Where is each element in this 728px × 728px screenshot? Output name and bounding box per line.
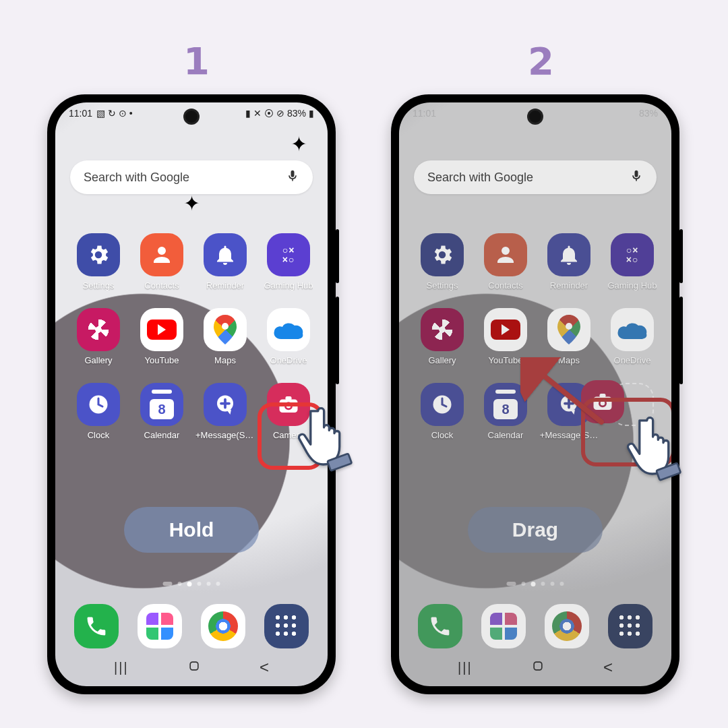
clock-icon — [77, 383, 120, 426]
nav-back[interactable]: < — [603, 658, 613, 677]
app-label: YouTube — [144, 355, 179, 365]
app-gallery[interactable]: Gallery — [70, 308, 127, 365]
search-placeholder: Search with Google — [84, 171, 189, 185]
search-placeholder: Search with Google — [427, 171, 533, 185]
gaming-hub-icon: ○××○ — [267, 233, 310, 276]
dock-chrome[interactable] — [545, 604, 589, 648]
phone-screen-1: 11:01 ▧ ↻ ⊙ • ▮ ✕ ⦿ ⊘ 83% ▮ ✦ ✦ Search w… — [55, 102, 328, 686]
youtube-icon — [484, 308, 527, 351]
onedrive-icon — [611, 308, 654, 351]
app-label: Gaming Hub — [264, 280, 313, 291]
dock — [55, 604, 328, 648]
app-label: Clock — [88, 430, 110, 440]
nav-recent[interactable]: ||| — [458, 660, 473, 675]
app-contacts[interactable]: Contacts — [133, 233, 190, 291]
reminder-icon — [547, 233, 590, 276]
volume-button — [336, 229, 339, 283]
dock-chrome[interactable] — [201, 604, 245, 648]
status-icons-left: ▧ ↻ ⊙ • — [96, 108, 133, 119]
app-label: YouTube — [488, 355, 522, 365]
dock-phone[interactable] — [418, 604, 462, 648]
google-search-bar[interactable]: Search with Google — [70, 160, 313, 194]
sparkle-icon: ✦ — [183, 191, 200, 215]
app-label: Settings — [427, 280, 458, 291]
dock-microsoft[interactable] — [138, 604, 182, 648]
app-settings[interactable]: Settings — [414, 233, 471, 291]
app-label: OneDrive — [614, 355, 651, 365]
app-reminder[interactable]: Reminder — [541, 233, 597, 291]
mic-icon[interactable] — [630, 169, 643, 186]
calendar-icon: 8 — [140, 383, 183, 426]
phone-frame-step2: 11:01 83% Search with Google Settings Co… — [391, 94, 679, 694]
dock-microsoft[interactable] — [481, 604, 526, 648]
nav-home[interactable] — [531, 659, 545, 676]
camera-icon — [581, 380, 624, 423]
app-maps[interactable]: Maps — [541, 308, 597, 365]
app-onedrive[interactable]: OneDrive — [604, 308, 661, 365]
action-label-drag: Drag — [468, 507, 603, 553]
empty-slot — [604, 383, 661, 440]
app-camera-dragging[interactable] — [581, 380, 624, 423]
app-label: Settings — [83, 280, 115, 291]
svg-rect-6 — [190, 662, 198, 670]
app-youtube[interactable]: YouTube — [477, 308, 534, 365]
reminder-icon — [204, 233, 247, 276]
app-clock[interactable]: Clock — [414, 383, 471, 440]
app-label: Reminder — [206, 280, 244, 291]
dock — [399, 604, 671, 648]
app-settings[interactable]: Settings — [70, 233, 127, 291]
gaming-hub-icon: ○××○ — [611, 233, 654, 276]
app-label: Maps — [558, 355, 580, 365]
app-message[interactable]: +Message(SM… — [197, 383, 253, 440]
youtube-icon — [140, 308, 183, 351]
svg-rect-13 — [600, 394, 606, 398]
app-label: +Message(S… — [540, 430, 598, 440]
status-time: 11:01 — [69, 108, 92, 119]
power-button — [336, 297, 339, 384]
app-reminder[interactable]: Reminder — [197, 233, 253, 291]
svg-point-4 — [286, 404, 291, 408]
app-label: Maps — [214, 355, 236, 365]
clock-icon — [421, 383, 464, 426]
settings-icon — [421, 233, 464, 276]
settings-icon — [77, 233, 120, 276]
page-indicator[interactable] — [163, 582, 220, 586]
app-label: Clock — [431, 430, 454, 440]
app-calendar[interactable]: 8 Calendar — [133, 383, 190, 440]
contacts-icon — [484, 233, 527, 276]
camera-icon — [267, 383, 310, 426]
app-calendar[interactable]: 8 Calendar — [477, 383, 534, 440]
app-camera[interactable]: Camera — [260, 383, 317, 440]
app-gallery[interactable]: Gallery — [414, 308, 471, 365]
calendar-icon: 8 — [484, 383, 527, 426]
app-gaming-hub[interactable]: ○××○ Gaming Hub — [604, 233, 661, 291]
svg-point-12 — [601, 401, 605, 406]
app-label: Gallery — [84, 355, 112, 365]
status-bar: 11:01 83% — [399, 102, 671, 119]
app-grid: Settings Contacts Reminder ○××○ Gaming H… — [70, 233, 313, 440]
dock-phone[interactable] — [74, 604, 119, 648]
page-indicator[interactable] — [507, 582, 564, 586]
app-gaming-hub[interactable]: ○××○ Gaming Hub — [260, 233, 317, 291]
nav-recent[interactable]: ||| — [114, 660, 129, 675]
dock-apps-drawer[interactable] — [264, 604, 309, 648]
app-contacts[interactable]: Contacts — [477, 233, 534, 291]
svg-rect-14 — [534, 662, 542, 670]
app-label: +Message(SM… — [195, 430, 255, 440]
app-label: Gallery — [428, 355, 456, 365]
mic-icon[interactable] — [286, 169, 299, 186]
nav-back[interactable]: < — [260, 658, 269, 677]
app-maps[interactable]: Maps — [197, 308, 253, 365]
google-search-bar[interactable]: Search with Google — [414, 160, 657, 194]
sparkle-icon: ✦ — [291, 132, 307, 156]
maps-icon — [547, 308, 590, 351]
contacts-icon — [140, 233, 183, 276]
app-youtube[interactable]: YouTube — [133, 308, 190, 365]
dock-apps-drawer[interactable] — [608, 604, 653, 648]
app-label: Calendar — [488, 430, 524, 440]
nav-home[interactable] — [187, 659, 201, 676]
maps-icon — [204, 308, 247, 351]
app-clock[interactable]: Clock — [70, 383, 127, 440]
action-label-hold: Hold — [124, 507, 259, 553]
app-onedrive[interactable]: OneDrive — [260, 308, 317, 365]
